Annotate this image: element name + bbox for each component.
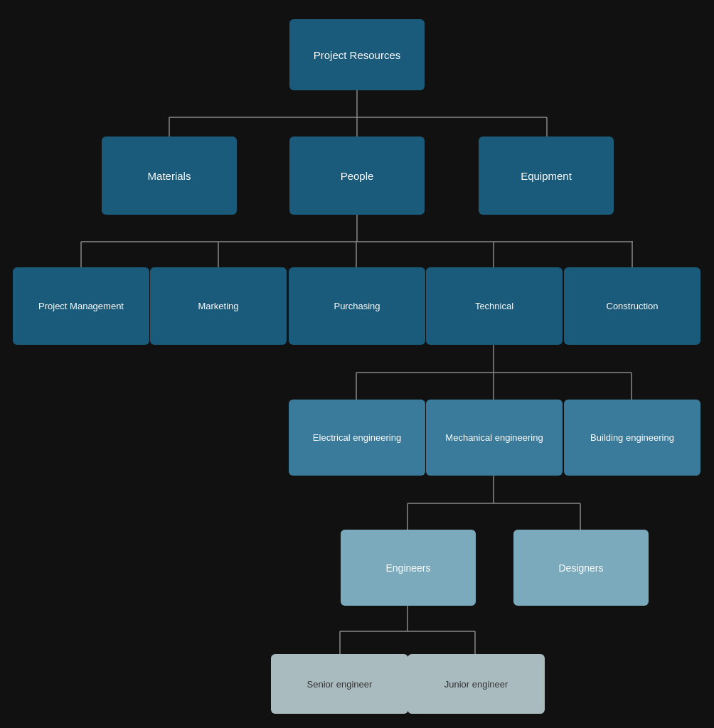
node-engineers: Engineers [341,530,476,606]
node-technical: Technical [426,267,563,345]
node-people: People [289,136,425,215]
node-project-resources: Project Resources [289,19,425,90]
node-project-management: Project Management [13,267,149,345]
org-chart: Project Resources Materials People Equip… [0,0,714,43]
connectors [0,0,714,728]
node-construction: Construction [564,267,700,345]
node-building-engineering: Building engineering [564,400,700,476]
node-electrical-engineering: Electrical engineering [289,400,425,476]
node-marketing: Marketing [150,267,287,345]
node-mechanical-engineering: Mechanical engineering [426,400,563,476]
node-designers: Designers [513,530,649,606]
node-materials: Materials [102,136,237,215]
node-purchasing: Purchasing [289,267,425,345]
node-equipment: Equipment [479,136,614,215]
node-senior-engineer: Senior engineer [271,654,408,714]
node-junior-engineer: Junior engineer [407,654,545,714]
